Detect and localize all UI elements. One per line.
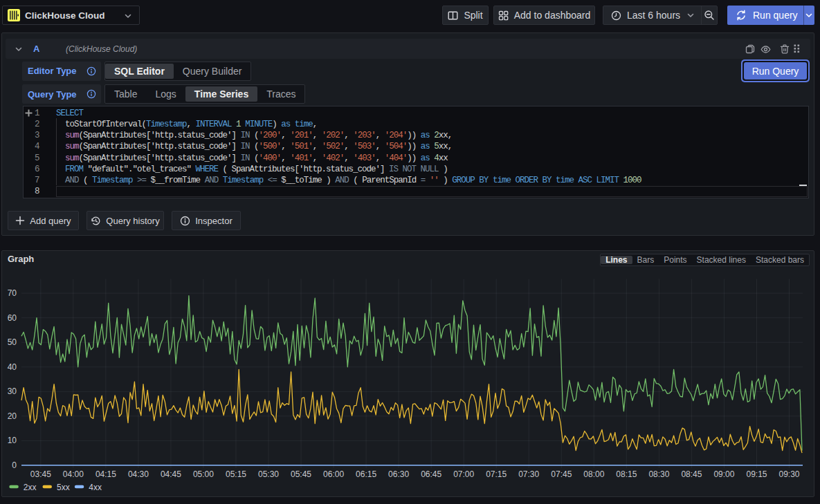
svg-text:4xx: 4xx bbox=[89, 482, 102, 492]
svg-text:07:45: 07:45 bbox=[551, 469, 572, 478]
svg-text:08:45: 08:45 bbox=[681, 469, 702, 478]
svg-text:30: 30 bbox=[8, 386, 17, 396]
svg-text:06:30: 06:30 bbox=[388, 469, 409, 478]
svg-text:04:00: 04:00 bbox=[63, 469, 84, 478]
svg-text:05:45: 05:45 bbox=[291, 469, 311, 478]
svg-text:06:15: 06:15 bbox=[356, 469, 376, 478]
svg-text:10: 10 bbox=[8, 436, 17, 445]
svg-text:04:45: 04:45 bbox=[161, 469, 181, 478]
svg-text:07:15: 07:15 bbox=[486, 469, 507, 478]
svg-text:07:00: 07:00 bbox=[453, 469, 474, 478]
svg-text:03:45: 03:45 bbox=[30, 469, 51, 478]
svg-text:08:30: 08:30 bbox=[648, 469, 669, 478]
svg-text:08:15: 08:15 bbox=[616, 469, 637, 478]
svg-text:5xx: 5xx bbox=[57, 482, 70, 492]
svg-text:05:15: 05:15 bbox=[226, 469, 246, 478]
svg-text:50: 50 bbox=[8, 337, 17, 347]
svg-text:05:00: 05:00 bbox=[193, 469, 214, 478]
svg-text:04:15: 04:15 bbox=[95, 469, 116, 478]
svg-text:04:30: 04:30 bbox=[128, 469, 149, 478]
svg-text:70: 70 bbox=[8, 288, 17, 298]
svg-text:06:45: 06:45 bbox=[421, 469, 441, 478]
svg-text:09:30: 09:30 bbox=[778, 469, 799, 478]
svg-text:20: 20 bbox=[8, 411, 17, 420]
svg-text:40: 40 bbox=[8, 362, 17, 371]
svg-text:2xx: 2xx bbox=[24, 482, 37, 492]
svg-text:09:15: 09:15 bbox=[746, 469, 767, 478]
svg-text:60: 60 bbox=[8, 312, 17, 322]
svg-text:08:00: 08:00 bbox=[583, 469, 604, 478]
svg-text:05:30: 05:30 bbox=[258, 469, 279, 478]
svg-text:06:00: 06:00 bbox=[323, 469, 344, 478]
svg-text:07:30: 07:30 bbox=[518, 469, 539, 478]
svg-text:0: 0 bbox=[12, 460, 17, 470]
svg-text:09:00: 09:00 bbox=[713, 469, 734, 478]
